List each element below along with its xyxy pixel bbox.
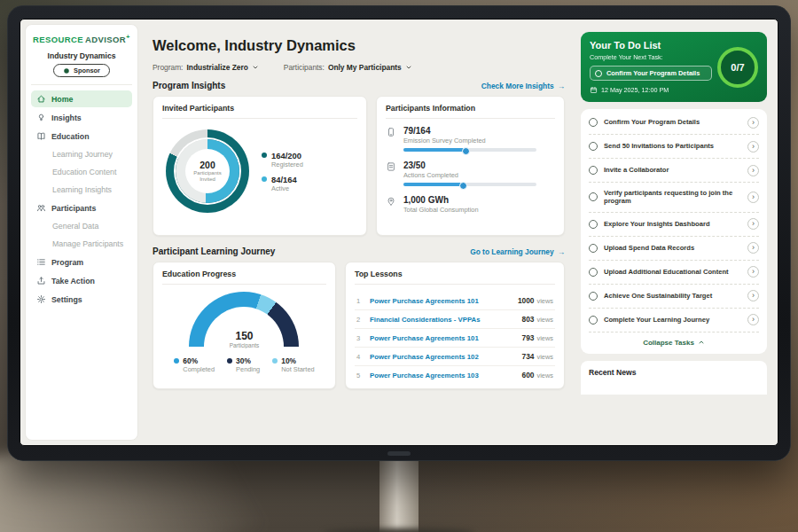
- chevron-right-icon[interactable]: ›: [747, 242, 759, 254]
- task-checkbox[interactable]: [589, 142, 598, 151]
- participants-information-card: Participants Information 79/164 Emission…: [376, 96, 565, 236]
- next-task-button[interactable]: Confirm Your Program Details: [590, 66, 712, 81]
- task-checkbox[interactable]: [589, 192, 598, 201]
- task-checkbox[interactable]: [589, 244, 598, 253]
- task-send-50-invitations-to-participants[interactable]: Send 50 Invitations to Participants ›: [589, 135, 759, 159]
- task-label: Send 50 Invitations to Participants: [604, 142, 741, 151]
- legend-dot: [227, 358, 232, 364]
- task-label: Confirm Your Program Details: [604, 118, 741, 127]
- collapse-label: Collapse Tasks: [643, 339, 694, 347]
- education-icon: [36, 131, 46, 141]
- task-label: Upload Spend Data Records: [604, 244, 741, 253]
- task-checkbox[interactable]: [589, 316, 598, 325]
- task-checkbox[interactable]: [589, 118, 598, 127]
- sidebar-item-home[interactable]: Home: [31, 90, 132, 107]
- chevron-right-icon[interactable]: ›: [747, 266, 759, 278]
- task-checkbox[interactable]: [589, 166, 598, 175]
- task-checkbox[interactable]: [589, 268, 598, 277]
- sidebar-item-learning-journey[interactable]: Learning Journey: [31, 146, 132, 162]
- lesson-link[interactable]: Power Purchase Agreements 102: [370, 353, 516, 361]
- chevron-right-icon[interactable]: ›: [747, 117, 759, 129]
- lesson-link[interactable]: Financial Considerations - VPPAs: [370, 316, 516, 324]
- stat-total-global-consumption: 1,000 GWh Total Global Consumption: [386, 195, 555, 217]
- lessons-list: 1 Power Purchase Agreements 101 1000view…: [355, 292, 555, 384]
- main-content: Welcome, Industry Dynamics Program: Indu…: [138, 20, 575, 445]
- task-label: Upload Additional Educational Content: [604, 268, 741, 277]
- insights-cards-row: Invited Participants 200 Participants In…: [153, 96, 565, 236]
- sponsor-label: Sponsor: [74, 66, 100, 74]
- sidebar-item-general-data[interactable]: General Data: [31, 218, 132, 234]
- filter-value: Only My Participants: [328, 63, 402, 72]
- sidebar-item-participants[interactable]: Participants: [31, 200, 132, 216]
- donut-body: 200 Participants Invited 164/200Register…: [162, 126, 357, 213]
- sidebar: RESOURCEADVISOR+ Industry Dynamics Spons…: [25, 24, 138, 441]
- lesson-link[interactable]: Power Purchase Agreements 103: [370, 372, 516, 379]
- task-complete-your-learning-journey[interactable]: Complete Your Learning Journey ›: [589, 309, 759, 332]
- sidebar-item-insights[interactable]: Insights: [31, 109, 132, 126]
- task-upload-spend-data-records[interactable]: Upload Spend Data Records ›: [589, 237, 759, 261]
- sidebar-item-program[interactable]: Program: [31, 254, 132, 270]
- lesson-rank: 2: [356, 316, 364, 324]
- stat-label: Emission Survey Completed: [403, 137, 536, 145]
- task-label: Complete Your Learning Journey: [604, 316, 741, 325]
- gauge-label: Participants: [189, 342, 299, 348]
- due-date-text: 12 May 2025, 12:00 PM: [601, 86, 669, 94]
- sidebar-item-take-action[interactable]: Take Action: [31, 272, 132, 289]
- next-task-label: Confirm Your Program Details: [606, 69, 700, 77]
- lesson-views: 734: [522, 352, 535, 361]
- participants-filter[interactable]: Participants: Only My Participants: [284, 63, 412, 72]
- task-explore-your-insights-dashboard[interactable]: Explore Your Insights Dashboard ›: [589, 213, 759, 237]
- views-suffix: views: [537, 297, 553, 305]
- sidebar-item-learning-insights[interactable]: Learning Insights: [31, 182, 132, 198]
- task-checkbox[interactable]: [589, 292, 598, 301]
- stat-value: 79/164: [403, 126, 536, 136]
- lesson-link[interactable]: Power Purchase Agreements 101: [370, 297, 512, 305]
- chevron-right-icon[interactable]: ›: [747, 290, 759, 301]
- program-filter[interactable]: Program: Industrialize Zero: [153, 63, 259, 72]
- task-achieve-one-sustainability-target[interactable]: Achieve One Sustainability Target ›: [589, 285, 759, 309]
- card-title: Education Progress: [162, 270, 326, 285]
- chevron-right-icon[interactable]: ›: [747, 218, 759, 230]
- sidebar-item-manage-participants[interactable]: Manage Participants: [31, 236, 132, 252]
- sidebar-item-education[interactable]: Education: [31, 128, 132, 145]
- go-to-learning-journey-link[interactable]: Go to Learning Journey →: [470, 247, 565, 256]
- chevron-right-icon[interactable]: ›: [747, 141, 759, 153]
- chevron-right-icon[interactable]: ›: [747, 314, 759, 325]
- task-checkbox[interactable]: [595, 70, 602, 77]
- logo-advisor: ADVISOR: [85, 35, 126, 44]
- task-invite-a-collaborator[interactable]: Invite a Collaborator ›: [589, 159, 759, 183]
- actions-icon: [386, 161, 396, 172]
- filter-label: Program:: [153, 63, 183, 72]
- task-verify-participants-requesting-to-join-the-program[interactable]: Verify participants requesting to join t…: [589, 183, 759, 213]
- recent-news-header[interactable]: Recent News: [581, 361, 767, 395]
- task-upload-additional-educational-content[interactable]: Upload Additional Educational Content ›: [589, 261, 759, 285]
- task-label: Verify participants requesting to join t…: [604, 189, 741, 207]
- section-title: Participant Learning Journey: [153, 246, 275, 256]
- chevron-up-icon: [698, 339, 705, 346]
- check-more-insights-link[interactable]: Check More Insights →: [481, 82, 565, 90]
- sidebar-item-label: Participants: [51, 204, 96, 213]
- lesson-row: 4 Power Purchase Agreements 102 734views: [355, 348, 555, 366]
- sidebar-item-education-content[interactable]: Education Content: [31, 164, 132, 180]
- legend-dot: [174, 358, 179, 364]
- task-confirm-your-program-details[interactable]: Confirm Your Program Details ›: [589, 111, 759, 135]
- calendar-icon: [590, 86, 598, 94]
- top-lessons-card: Top Lessons 1 Power Purchase Agreements …: [345, 262, 565, 389]
- screen: RESOURCEADVISOR+ Industry Dynamics Spons…: [20, 19, 778, 446]
- section-title: Program Insights: [153, 81, 225, 90]
- gauge-text: 150 Participants: [189, 330, 299, 348]
- card-title: Top Lessons: [355, 270, 555, 285]
- task-label: Achieve One Sustainability Target: [604, 292, 741, 301]
- sidebar-item-settings[interactable]: Settings: [31, 291, 132, 308]
- chevron-right-icon[interactable]: ›: [747, 165, 759, 176]
- take-action-icon: [36, 276, 46, 286]
- lesson-rank: 4: [356, 353, 364, 361]
- chevron-right-icon[interactable]: ›: [747, 192, 759, 203]
- task-checkbox[interactable]: [589, 220, 598, 229]
- sponsor-badge[interactable]: Sponsor: [53, 64, 110, 77]
- todo-title: Your To Do List: [590, 40, 712, 51]
- lesson-link[interactable]: Power Purchase Agreements 101: [370, 334, 516, 342]
- lesson-rank: 1: [356, 297, 364, 305]
- collapse-tasks-button[interactable]: Collapse Tasks: [589, 332, 759, 354]
- stats-list: 79/164 Emission Survey Completed 23/50 A…: [386, 126, 555, 217]
